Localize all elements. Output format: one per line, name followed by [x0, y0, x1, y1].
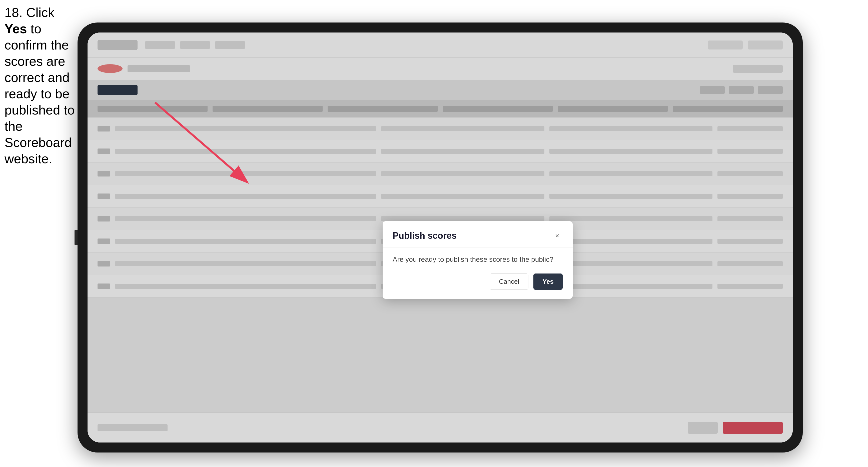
yes-button[interactable]: Yes	[533, 274, 563, 290]
modal-actions: Cancel Yes	[393, 274, 563, 290]
modal-title: Publish scores	[393, 230, 457, 241]
tablet-screen: Publish scores × Are you ready to publis…	[88, 32, 793, 442]
modal-body: Are you ready to publish these scores to…	[382, 248, 573, 299]
instruction-text-part2: to confirm the scores are correct and re…	[4, 22, 74, 166]
tablet-device: Publish scores × Are you ready to publis…	[78, 23, 803, 453]
modal-header: Publish scores ×	[382, 221, 573, 248]
instruction-text-part1: Click	[26, 5, 55, 20]
instruction-number: 18.	[4, 5, 23, 20]
modal-close-button[interactable]: ×	[552, 230, 563, 241]
tablet-side-button	[74, 230, 78, 245]
modal-message: Are you ready to publish these scores to…	[393, 255, 563, 263]
modal-overlay: Publish scores × Are you ready to publis…	[88, 32, 793, 442]
instruction-text: 18. Click Yes to confirm the scores are …	[4, 4, 77, 167]
instruction-bold: Yes	[4, 22, 27, 36]
cancel-button[interactable]: Cancel	[490, 274, 528, 290]
publish-scores-modal: Publish scores × Are you ready to publis…	[382, 221, 573, 299]
